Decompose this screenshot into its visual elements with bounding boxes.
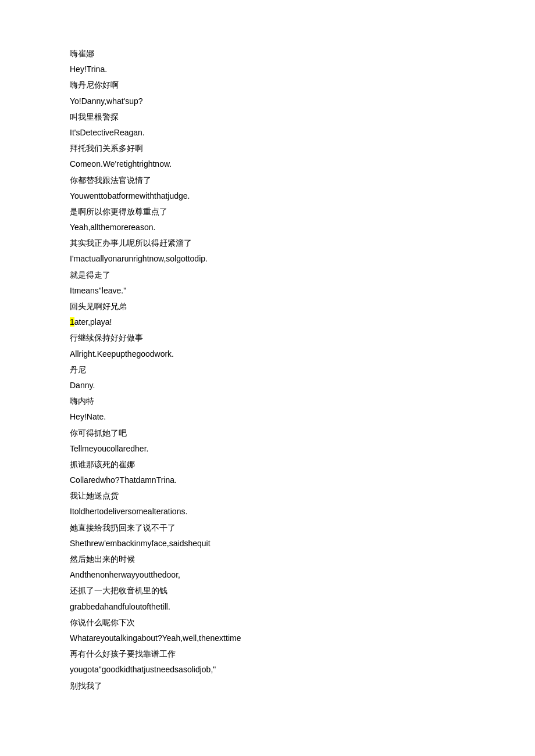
line-41: 别找我了	[70, 679, 465, 693]
line-29: 我让她送点货	[70, 489, 465, 503]
line-31: 她直接给我扔回来了说不干了	[70, 521, 465, 535]
line-16: Itmeans"leave."	[70, 284, 465, 298]
line-12: Yeah,allthemorereason.	[70, 220, 465, 235]
line-24: Hey!Nate.	[70, 410, 465, 424]
line-17: 回头见啊好兄弟	[70, 299, 465, 314]
line-27: 抓谁那该死的崔娜	[70, 457, 465, 472]
line-35: 还抓了一大把收音机里的钱	[70, 583, 465, 598]
line-39: 再有什么好孩子要找靠谱工作	[70, 647, 465, 661]
line-13: 其实我正办事儿呢所以得赶紧溜了	[70, 236, 465, 250]
line-37: 你说什么呢你下次	[70, 615, 465, 630]
line-10: Youwenttobatformewiththatjudge.	[70, 189, 465, 203]
highlighted-char: 1	[70, 317, 74, 327]
subtitle-content: 嗨崔娜Hey!Trina.嗨丹尼你好啊Yo!Danny,what'sup?叫我里…	[70, 46, 465, 693]
line-5: 叫我里根警探	[70, 110, 465, 124]
line-1: 嗨崔娜	[70, 46, 465, 61]
line-34: Andthenonherwayyoutthedoor,	[70, 568, 465, 582]
line-8: Comeon.We'retightrightnow.	[70, 157, 465, 171]
line-18: 1ater,playa!	[70, 315, 465, 329]
line-7: 拜托我们关系多好啊	[70, 141, 465, 156]
line-36: grabbedahandfuloutofthetill.	[70, 600, 465, 614]
line-26: Tellmeyoucollaredher.	[70, 442, 465, 456]
line-21: 丹尼	[70, 363, 465, 377]
line-20: Allright.Keepupthegoodwork.	[70, 347, 465, 361]
line-4: Yo!Danny,what'sup?	[70, 94, 465, 109]
line-19: 行继续保持好好做事	[70, 331, 465, 345]
line-22: Danny.	[70, 378, 465, 393]
line-3: 嗨丹尼你好啊	[70, 78, 465, 92]
line-15: 就是得走了	[70, 268, 465, 282]
line-2: Hey!Trina.	[70, 62, 465, 77]
line-33: 然后她出来的时候	[70, 552, 465, 567]
line-11: 是啊所以你更得放尊重点了	[70, 205, 465, 219]
line-25: 你可得抓她了吧	[70, 426, 465, 440]
line-40: yougota"goodkidthatjustneedsasolidjob,"	[70, 662, 465, 677]
line-6: It'sDetectiveReagan.	[70, 126, 465, 140]
line-14: I'mactuallyonarunrightnow,solgottodip.	[70, 252, 465, 266]
line-23: 嗨内特	[70, 394, 465, 409]
line-32: Shethrew'embackinmyface,saidshequit	[70, 536, 465, 551]
line-9: 你都替我跟法官说情了	[70, 173, 465, 188]
line-38: Whatareyoutalkingabout?Yeah,well,thenext…	[70, 631, 465, 646]
line-28: Collaredwho?ThatdamnTrina.	[70, 473, 465, 488]
line-30: Itoldhertodeliversomealterations.	[70, 504, 465, 519]
